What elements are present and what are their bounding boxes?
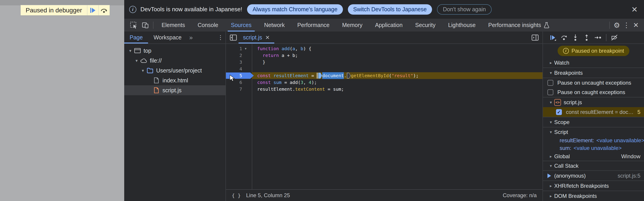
section-watch[interactable]: ▸ Watch: [543, 58, 644, 68]
collapse-triangle-icon[interactable]: ▸: [548, 184, 554, 188]
code-editor[interactable]: ▾1function add(a, b) {2 return a + b;3 }…: [226, 44, 542, 189]
tree-item-top[interactable]: ▾ top: [124, 46, 226, 56]
line-gutter[interactable]: 5: [226, 72, 252, 79]
deactivate-breakpoints-icon[interactable]: [610, 33, 620, 42]
line-number[interactable]: 6: [240, 79, 242, 86]
scope-script-group[interactable]: ▾ Script: [543, 127, 644, 137]
fold-triangle-icon[interactable]: ▾: [245, 45, 246, 52]
collapse-triangle-icon[interactable]: ▾: [548, 130, 554, 134]
code-line[interactable]: 7resultElement.textContent = sum;: [226, 86, 542, 92]
navigator-tab-workspace[interactable]: Workspace: [148, 32, 187, 44]
navigator-more-menu-icon[interactable]: ⋮: [216, 34, 226, 41]
expand-triangle-icon[interactable]: ▾: [140, 68, 146, 73]
collapse-triangle-icon[interactable]: ▸: [548, 154, 554, 159]
call-stack-frame[interactable]: (anonymous) script.js:5: [543, 170, 644, 180]
collapse-triangle-icon[interactable]: ▾: [548, 100, 554, 105]
section-scope[interactable]: ▾ Scope: [543, 117, 644, 127]
line-gutter[interactable]: 4: [226, 66, 252, 72]
devtools-close-icon[interactable]: ✕: [631, 21, 641, 29]
line-gutter[interactable]: 3: [226, 59, 252, 66]
toggle-device-toolbar-icon[interactable]: [140, 20, 151, 30]
tab-console[interactable]: Console: [191, 19, 224, 32]
code-line[interactable]: 4: [226, 66, 542, 72]
collapse-triangle-icon[interactable]: ▸: [548, 194, 554, 198]
tab-memory[interactable]: Memory: [336, 19, 368, 32]
always-match-language-button[interactable]: Always match Chrome's language: [247, 4, 343, 15]
code-line[interactable]: 3 }: [226, 59, 542, 66]
code-line-paused[interactable]: 5const resultElement = document.getEleme…: [226, 72, 542, 79]
banner-step-over-button[interactable]: [98, 5, 110, 15]
pause-uncaught-row[interactable]: Pause on uncaught exceptions: [543, 78, 644, 87]
toggle-navigator-panel-icon[interactable]: [228, 33, 238, 42]
more-options-icon[interactable]: ⋮: [622, 21, 631, 29]
code-line[interactable]: 6const sum = add(3, 4);: [226, 79, 542, 86]
inspect-element-icon[interactable]: [128, 20, 140, 30]
tab-lighthouse[interactable]: Lighthouse: [442, 19, 482, 32]
line-number[interactable]: 5: [240, 72, 242, 79]
continue-to-location-marker-icon[interactable]: [347, 73, 350, 78]
step-over-icon[interactable]: [559, 33, 569, 42]
code-line-content[interactable]: const sum = add(3, 4);: [252, 79, 542, 86]
code-line-content[interactable]: [252, 66, 542, 72]
tree-item-index-html[interactable]: index.html: [124, 76, 226, 85]
tab-security[interactable]: Security: [409, 19, 442, 32]
tab-elements[interactable]: Elements: [155, 19, 191, 32]
tab-application[interactable]: Application: [369, 19, 409, 32]
breakpoint-group-script-js[interactable]: ▾ <> script.js: [543, 97, 644, 107]
toggle-debugger-panel-icon[interactable]: [530, 33, 540, 42]
step-into-icon[interactable]: [570, 33, 580, 42]
scope-global-group[interactable]: ▸ Global Window: [543, 152, 644, 161]
line-number[interactable]: 4: [240, 66, 242, 72]
more-tabs-chevron-icon[interactable]: »: [187, 34, 195, 41]
continue-to-location-marker-icon[interactable]: [318, 73, 322, 78]
code-line[interactable]: 2 return a + b;: [226, 52, 542, 59]
checkbox-checked[interactable]: ✓: [556, 109, 562, 115]
section-dom-breakpoints[interactable]: ▸ DOM Breakpoints: [543, 191, 644, 201]
breakpoint-entry[interactable]: ✓ const resultElement = doc… 5: [543, 107, 644, 117]
code-line-content[interactable]: resultElement.textContent = sum;: [252, 86, 542, 92]
collapse-triangle-icon[interactable]: ▾: [548, 70, 554, 76]
step-icon[interactable]: [593, 33, 603, 42]
expand-triangle-icon[interactable]: ▾: [127, 48, 133, 53]
tab-performance[interactable]: Performance: [291, 19, 336, 32]
code-line-content[interactable]: return a + b;: [252, 52, 542, 59]
tree-item-script-js[interactable]: script.js: [124, 85, 226, 95]
line-gutter[interactable]: 2: [226, 52, 252, 59]
dont-show-again-button[interactable]: Don't show again: [437, 4, 492, 15]
tree-item-project-folder[interactable]: ▾ Users/user/project: [124, 66, 226, 76]
collapse-triangle-icon[interactable]: ▸: [548, 60, 554, 65]
section-xhr-breakpoints[interactable]: ▸ XHR/fetch Breakpoints: [543, 180, 644, 191]
scope-variable-sum[interactable]: sum: <value unavailable>: [543, 144, 644, 152]
expand-triangle-icon[interactable]: ▾: [134, 58, 140, 63]
editor-tab-script-js[interactable]: script.js ✕: [238, 32, 274, 44]
resume-script-icon[interactable]: [548, 33, 558, 42]
collapse-triangle-icon[interactable]: ▾: [548, 164, 554, 168]
line-gutter[interactable]: ▾1: [226, 45, 252, 52]
banner-resume-button[interactable]: [87, 5, 98, 15]
section-breakpoints[interactable]: ▾ Breakpoints: [543, 68, 644, 78]
checkbox-unchecked[interactable]: [548, 80, 553, 86]
code-line-content[interactable]: function add(a, b) {: [252, 45, 542, 52]
line-number[interactable]: 2: [240, 52, 242, 59]
tree-item-file-scheme[interactable]: ▾ file://: [124, 56, 226, 66]
pretty-print-icon[interactable]: { }: [232, 193, 241, 198]
pause-caught-row[interactable]: Pause on caught exceptions: [543, 87, 644, 97]
code-line[interactable]: ▾1function add(a, b) {: [226, 45, 542, 52]
tab-performance-insights[interactable]: Performance insights: [482, 19, 556, 32]
settings-gear-icon[interactable]: ⚙: [612, 21, 622, 30]
step-out-icon[interactable]: [582, 33, 592, 42]
checkbox-unchecked[interactable]: [548, 89, 553, 95]
tab-network[interactable]: Network: [258, 19, 291, 32]
tab-close-icon[interactable]: ✕: [265, 34, 270, 41]
navigator-tab-page[interactable]: Page: [124, 32, 148, 44]
section-call-stack[interactable]: ▾ Call Stack: [543, 161, 644, 170]
line-gutter[interactable]: 7: [226, 86, 252, 92]
line-number[interactable]: 1: [240, 45, 242, 52]
tab-sources[interactable]: Sources: [224, 19, 258, 32]
code-line-content[interactable]: const resultElement = document.getElemen…: [252, 72, 542, 79]
code-line-content[interactable]: }: [252, 59, 542, 66]
scope-variable-resultelement[interactable]: resultElement: <value unavailable>: [543, 137, 644, 144]
notification-close-icon[interactable]: ✕: [632, 5, 638, 14]
collapse-triangle-icon[interactable]: ▾: [548, 120, 554, 125]
line-number[interactable]: 3: [240, 59, 242, 66]
